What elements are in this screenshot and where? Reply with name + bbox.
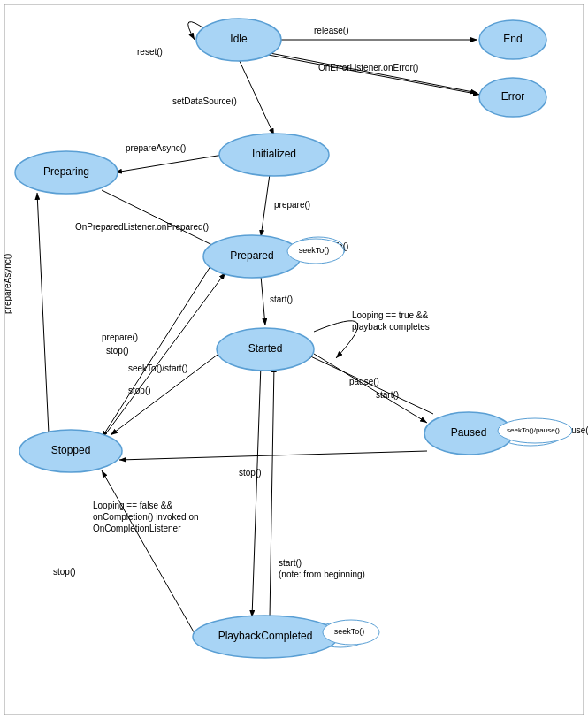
- label-start-paused: start(): [376, 390, 399, 400]
- label-playback-completes: playback completes: [352, 322, 430, 332]
- label-seekto-start: seekTo()/start(): [128, 363, 187, 373]
- state-diagram: release() OnErrorListener.onError() rese…: [0, 0, 588, 719]
- label-prepareasync1: prepareAsync(): [126, 143, 186, 153]
- label-stop-paused: stop(): [239, 468, 262, 478]
- label-seekto-playback-self: seekTo(): [334, 627, 365, 636]
- label-setdatasource: setDataSource(): [172, 96, 237, 106]
- label-start1: start(): [270, 294, 293, 304]
- label-start-from-beginning1: start(): [279, 558, 302, 568]
- label-start-from-beginning2: (note: from beginning): [279, 570, 365, 579]
- label-looping-false1: Looping == false &&: [93, 501, 172, 510]
- label-paused: Paused: [451, 426, 487, 439]
- label-seekto-self: seekTo(): [299, 246, 330, 255]
- label-onprepared: OnPreparedListener.onPrepared(): [75, 222, 209, 232]
- label-stop-playback: stop(): [53, 567, 76, 577]
- label-end: End: [503, 33, 522, 45]
- label-prepare1: prepare(): [274, 200, 310, 210]
- label-prepared: Prepared: [230, 249, 273, 262]
- label-stop-started: stop(): [128, 386, 151, 395]
- label-initialized: Initialized: [252, 148, 296, 160]
- label-seekto-pause-self: seekTo()/pause(): [507, 426, 560, 434]
- label-release: release(): [314, 26, 348, 35]
- label-onerror: OnErrorListener.onError(): [318, 63, 418, 73]
- label-looping-true: Looping == true &&: [352, 310, 429, 320]
- label-started: Started: [248, 342, 283, 355]
- label-error: Error: [501, 90, 525, 103]
- label-looping-false2: onCompletion() invoked on: [93, 512, 199, 522]
- label-prepareasync-stopped: prepareAsync(): [3, 254, 12, 314]
- label-prepare-stopped: prepare(): [102, 333, 138, 342]
- label-reset: reset(): [137, 47, 163, 57]
- label-idle: Idle: [230, 33, 248, 45]
- label-preparing: Preparing: [43, 165, 89, 178]
- label-playbackcompleted: PlaybackCompleted: [218, 630, 313, 642]
- label-stopped: Stopped: [51, 444, 91, 456]
- label-stop-prepared: stop(): [106, 346, 129, 356]
